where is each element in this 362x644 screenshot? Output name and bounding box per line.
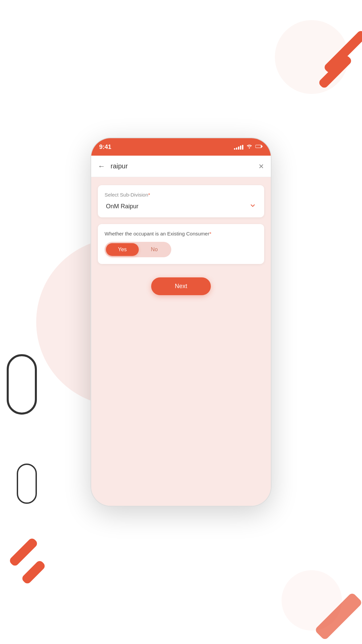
existing-consumer-section: Whether the occupant is an Existing Cons… (98, 224, 264, 264)
svg-rect-2 (256, 145, 261, 148)
deco-loop-1 (7, 354, 37, 415)
deco-circle-top-right (275, 20, 349, 94)
deco-bar-top-right-2 (318, 54, 353, 90)
svg-rect-3 (262, 146, 263, 147)
back-button[interactable]: ← (98, 162, 105, 171)
subdivision-value: OnM Raipur (106, 203, 138, 210)
subdivision-dropdown[interactable]: OnM Raipur (105, 202, 257, 211)
deco-loop-2 (17, 464, 37, 504)
search-bar: ← raipur ✕ (91, 156, 271, 177)
status-icons (234, 144, 263, 150)
deco-bar-bottom-left-2 (21, 559, 46, 585)
wifi-icon (246, 144, 253, 150)
svg-point-0 (249, 147, 250, 148)
search-text: raipur (111, 162, 253, 170)
battery-icon (255, 144, 263, 150)
phone-frame: 9:41 (90, 138, 272, 506)
status-bar: 9:41 (91, 138, 271, 156)
deco-bar-top-right-1 (323, 30, 362, 74)
status-time: 9:41 (99, 144, 111, 151)
yes-button[interactable]: Yes (106, 243, 139, 256)
next-button-wrapper: Next (98, 277, 264, 295)
chevron-down-icon (249, 202, 256, 211)
signal-icon (234, 144, 243, 150)
yes-no-toggle: Yes No (105, 242, 171, 257)
content-area: Select Sub-Division* OnM Raipur Whether … (91, 177, 271, 506)
close-button[interactable]: ✕ (258, 162, 264, 170)
existing-consumer-label: Whether the occupant is an Existing Cons… (105, 231, 257, 236)
subdivision-section: Select Sub-Division* OnM Raipur (98, 185, 264, 217)
deco-bar-bottom-right (314, 592, 362, 641)
deco-circle-bottom-right (282, 570, 342, 631)
deco-bar-bottom-left-1 (8, 537, 39, 568)
next-button[interactable]: Next (151, 277, 210, 295)
subdivision-label: Select Sub-Division* (105, 192, 257, 198)
no-button[interactable]: No (139, 243, 170, 256)
